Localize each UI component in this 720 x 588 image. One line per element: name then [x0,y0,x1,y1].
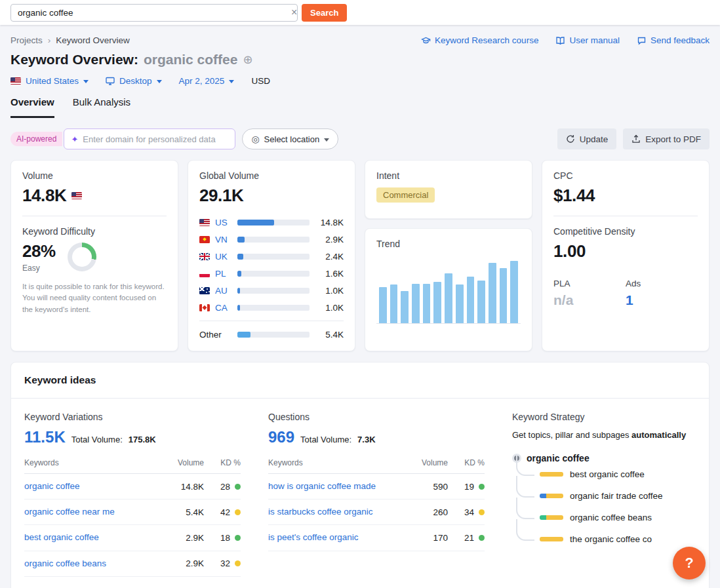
cpc-card: CPC $1.44 Competitive Density 1.00 PLA n… [542,160,710,351]
kd-number: 42 [220,507,230,517]
country-code-link[interactable]: VN [215,235,232,245]
keyword-link[interactable]: is starbucks coffee organic [268,506,386,518]
intent-card: Intent Commercial [365,160,532,219]
date-filter[interactable]: Apr 2, 2025 [179,76,235,86]
keyword-research-course-link[interactable]: Keyword Research course [421,35,538,45]
trend-bar [477,281,485,323]
book-icon [555,36,565,45]
export-pdf-label: Export to PDF [645,134,701,144]
cpc-value: $1.44 [553,186,698,206]
device-filter[interactable]: Desktop [106,76,162,86]
keyword-strategy-column: Keyword Strategy Get topics, pillar and … [512,412,696,577]
trend-bar [379,287,387,323]
country-code-link[interactable]: PL [215,269,232,279]
user-manual-link[interactable]: User manual [555,35,620,45]
flag-us-icon [10,77,21,85]
export-pdf-button[interactable]: Export to PDF [623,128,710,149]
keyword-kd: 32 [204,559,241,568]
table-row: organic coffee beans 2.9K 32 [24,551,241,577]
location-select[interactable]: ◎ Select location [242,128,338,149]
variations-total-value: 175.8K [129,435,156,444]
domain-input[interactable] [83,134,228,144]
currency-label: USD [251,76,270,86]
col-kd: KD % [204,458,241,467]
country-code-link[interactable]: UK [215,252,232,262]
update-button[interactable]: Update [557,128,617,149]
tab-bulk-analysis[interactable]: Bulk Analysis [73,96,130,118]
volume-bar-fill [237,220,274,225]
trend-bar [500,268,508,323]
trend-bar [390,284,398,323]
country-volume-value: 2.4K [315,252,344,262]
feedback-bubble-icon [637,36,647,45]
global-volume-row: AU 1.0K [199,282,344,299]
global-volume-row: US 14.8K [199,214,344,231]
tab-overview[interactable]: Overview [10,96,54,118]
feedback-link-label: Send feedback [650,35,710,45]
trend-card: Trend [365,228,532,351]
keyword-kd: 34 [448,507,485,517]
breadcrumb-projects[interactable]: Projects [10,35,43,45]
trend-bar [489,263,496,323]
device-filter-label: Desktop [119,76,152,86]
keyword-kd: 42 [204,507,241,517]
kd-number: 34 [464,507,474,517]
country-code-link[interactable]: AU [215,286,232,296]
kd-number: 32 [220,559,230,568]
help-button[interactable]: ? [673,547,706,579]
ads-value[interactable]: 1 [626,292,698,308]
country-code-link[interactable]: US [215,218,232,227]
strategy-root-label: organic coffee [527,453,590,463]
questions-column: Questions 969 Total Volume: 7.3K Keyword… [268,412,485,577]
keyword-link[interactable]: how is organic coffee made [268,480,386,492]
volume-title: Volume [22,170,167,181]
keyword-volume: 2.9K [163,559,204,568]
col-kd: KD % [448,458,485,467]
sparkle-icon: ✦ [71,134,78,144]
global-volume-row: CA 1.0K [199,299,344,316]
questions-count[interactable]: 969 [268,428,294,446]
cpc-title: CPC [553,170,698,181]
country-filter[interactable]: United States [10,76,89,86]
variations-count[interactable]: 11.5K [24,428,66,446]
volume-card: Volume 14.8K Keyword Difficulty 28% Easy… [10,160,178,351]
keyword-link[interactable]: is peet's coffee organic [268,532,386,543]
keyword-link[interactable]: organic coffee beans [24,558,163,570]
kd-number: 18 [220,533,230,543]
search-input[interactable] [10,4,298,22]
breadcrumb-current: Keyword Overview [56,35,130,45]
table-header: Keywords Volume KD % [24,458,241,474]
course-link-label: Keyword Research course [435,35,538,45]
intent-commercial-badge[interactable]: Commercial [376,187,435,203]
ai-powered-badge: AI-powered [10,132,62,146]
trend-bar [412,284,420,323]
export-icon [631,134,641,144]
country-flag-icon [199,253,210,260]
search-button[interactable]: Search [302,4,347,22]
clear-search-icon[interactable]: × [291,7,297,18]
keyword-volume: 2.9K [163,533,204,543]
keyword-kd: 28 [204,482,241,492]
country-flag-icon [199,219,210,226]
refresh-icon [566,134,575,144]
keyword-link[interactable]: organic coffee [24,480,163,492]
col-keywords: Keywords [268,458,407,467]
domain-input-box: ✦ [64,128,235,149]
send-feedback-link[interactable]: Send feedback [637,35,710,45]
keyword-kd: 18 [204,533,241,543]
keyword-link[interactable]: organic coffee near me [24,506,163,518]
country-code-link[interactable]: CA [215,303,232,313]
country-filter-label: United States [26,76,79,86]
country-volume-value: 14.8K [315,218,344,227]
kd-dot-icon [235,484,241,490]
metric-cards: Volume 14.8K Keyword Difficulty 28% Easy… [10,160,710,351]
breadcrumb-separator: › [48,35,51,45]
strategy-subtitle: Get topics, pillar and subpages automati… [512,430,696,440]
competitive-density-title: Competitive Density [553,226,698,237]
kd-gauge [68,243,96,271]
add-keyword-icon[interactable]: ⊕ [243,54,252,66]
col-volume: Volume [407,458,448,467]
volume-bar-track [237,288,310,294]
keyword-link[interactable]: best organic coffee [24,532,163,543]
graduation-cap-icon [421,36,431,45]
